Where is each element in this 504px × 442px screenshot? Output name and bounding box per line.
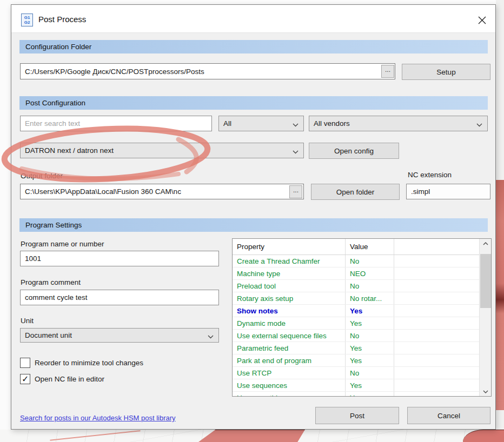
setup-button[interactable]: Setup <box>402 64 490 80</box>
property-cell[interactable]: Rotary axis setup <box>233 292 346 304</box>
vendor-filter-dropdown[interactable]: All vendors <box>309 116 488 131</box>
capability-filter-dropdown[interactable]: All <box>218 116 304 131</box>
section-header-program-settings: Program Settings <box>19 218 488 232</box>
property-cell[interactable]: Use external sequence files <box>233 330 346 341</box>
table-row[interactable]: Use RTCP No <box>233 367 479 379</box>
program-name-label: Program name or number <box>21 240 104 248</box>
property-cell[interactable]: Preload tool <box>233 280 346 292</box>
viewport-red-model-shape <box>198 430 305 442</box>
reorder-checkbox-row[interactable]: ✓ Reorder to minimize tool changes <box>20 358 143 368</box>
scrollbar-thumb[interactable] <box>480 254 491 308</box>
post-processor-dropdown[interactable]: DATRON next / datron next <box>20 143 304 158</box>
table-row[interactable]: Show notes Yes <box>233 305 479 317</box>
viewport-red-model-corner <box>463 430 504 442</box>
viewport-axis-line <box>50 430 140 441</box>
checkmark-icon: ✓ <box>22 374 29 384</box>
viewport-right-sliver <box>496 0 504 442</box>
table-row[interactable]: Use smoothing Yes <box>233 392 479 396</box>
property-cell[interactable]: Use smoothing <box>233 392 346 396</box>
value-cell[interactable]: No <box>346 330 394 341</box>
table-row[interactable]: Parametric feed Yes <box>233 342 479 354</box>
table-row[interactable]: Preload tool No <box>233 280 479 292</box>
column-header-property: Property <box>233 239 346 255</box>
value-cell[interactable]: No <box>346 280 394 292</box>
reorder-checkbox-label[interactable]: Reorder to minimize tool changes <box>35 359 143 367</box>
program-name-input[interactable] <box>20 251 219 266</box>
property-cell[interactable]: Create a Thread Chamfer <box>233 255 346 267</box>
open-nc-checkbox-row[interactable]: ✓ Open NC file in editor <box>20 374 104 384</box>
property-cell[interactable]: Parametric feed <box>233 342 346 354</box>
chevron-down-icon[interactable] <box>208 332 214 340</box>
post-button[interactable]: Post <box>315 407 399 424</box>
output-folder-label: Output folder <box>21 172 63 180</box>
program-comment-label: Program comment <box>21 278 81 286</box>
unit-dropdown[interactable]: Document unit <box>20 328 219 343</box>
properties-table-body: Create a Thread Chamfer No Machine type … <box>233 255 479 396</box>
section-header-post-configuration: Post Configuration <box>19 96 488 110</box>
configuration-folder-path-input[interactable] <box>20 63 395 79</box>
open-nc-checkbox[interactable]: ✓ <box>20 374 30 384</box>
property-cell[interactable]: Use RTCP <box>233 367 346 379</box>
post-processor-value: DATRON next / datron next <box>25 146 114 155</box>
reorder-checkbox[interactable]: ✓ <box>20 358 30 368</box>
value-cell[interactable]: Yes <box>346 392 394 396</box>
post-search-input[interactable] <box>20 116 212 131</box>
output-folder-path-input[interactable] <box>20 184 304 199</box>
property-cell[interactable]: Show notes <box>233 305 346 317</box>
value-cell[interactable]: No <box>346 367 394 379</box>
scroll-down-icon[interactable] <box>480 387 492 396</box>
dialog-titlebar[interactable]: G1 G2 Post Process <box>11 5 495 33</box>
section-header-configuration-folder: Configuration Folder <box>19 40 488 53</box>
open-config-button[interactable]: Open config <box>309 143 399 159</box>
capability-filter-value: All <box>223 119 231 128</box>
vendor-filter-value: All vendors <box>314 119 350 128</box>
value-cell[interactable]: No rotar... <box>346 292 394 304</box>
value-cell[interactable]: Yes <box>346 305 394 317</box>
chevron-down-icon[interactable] <box>476 120 482 129</box>
table-row[interactable]: Dynamic mode Yes <box>233 317 479 330</box>
unit-value: Document unit <box>25 331 72 339</box>
close-icon[interactable] <box>475 14 489 26</box>
open-folder-button[interactable]: Open folder <box>311 184 400 200</box>
gcode-icon: G1 G2 <box>21 14 33 26</box>
chevron-down-icon[interactable] <box>293 148 299 156</box>
program-comment-input[interactable] <box>20 290 219 305</box>
nc-extension-label: NC extension <box>408 171 452 179</box>
configuration-folder-browse-button[interactable]: ... <box>381 65 394 78</box>
viewport-red-model-edge <box>496 180 504 410</box>
hsm-post-library-link[interactable]: Search for posts in our Autodesk HSM pos… <box>20 414 176 422</box>
table-row[interactable]: Create a Thread Chamfer No <box>233 255 479 267</box>
property-cell[interactable]: Park at end of program <box>233 354 346 366</box>
viewport-bottom-strip <box>0 430 504 442</box>
column-header-value: Value <box>346 239 394 255</box>
chevron-down-icon[interactable] <box>293 120 299 129</box>
table-row[interactable]: Machine type NEO <box>233 267 479 280</box>
value-cell[interactable]: Yes <box>346 317 394 329</box>
dialog-title: Post Process <box>38 15 86 24</box>
value-cell[interactable]: Yes <box>346 354 394 366</box>
page-background: G1 G2 Post Process Configuration Folder … <box>0 0 504 442</box>
value-cell[interactable]: NEO <box>346 267 394 279</box>
property-cell[interactable]: Use sequences <box>233 379 346 391</box>
value-cell[interactable]: Yes <box>346 379 394 391</box>
value-cell[interactable]: No <box>346 255 394 267</box>
table-row[interactable]: Use external sequence files No <box>233 330 479 342</box>
table-row[interactable]: Rotary axis setup No rotar... <box>233 292 479 305</box>
table-row[interactable]: Use sequences Yes <box>233 379 479 392</box>
properties-table: Property Value Create a Thread Chamfer N… <box>232 238 492 397</box>
scroll-up-icon[interactable] <box>480 239 492 248</box>
cancel-button[interactable]: Cancel <box>407 407 490 424</box>
output-folder-browse-button[interactable]: ... <box>289 185 302 198</box>
open-nc-checkbox-label[interactable]: Open NC file in editor <box>35 375 104 383</box>
table-row[interactable]: Park at end of program Yes <box>233 354 479 367</box>
properties-table-scrollbar[interactable] <box>479 239 491 396</box>
property-cell[interactable]: Dynamic mode <box>233 317 346 329</box>
unit-label: Unit <box>21 317 34 325</box>
post-process-dialog: G1 G2 Post Process Configuration Folder … <box>11 4 496 430</box>
value-cell[interactable]: Yes <box>346 342 394 354</box>
property-cell[interactable]: Machine type <box>233 267 346 279</box>
properties-table-header: Property Value <box>233 239 479 255</box>
nc-extension-input[interactable] <box>406 184 490 199</box>
